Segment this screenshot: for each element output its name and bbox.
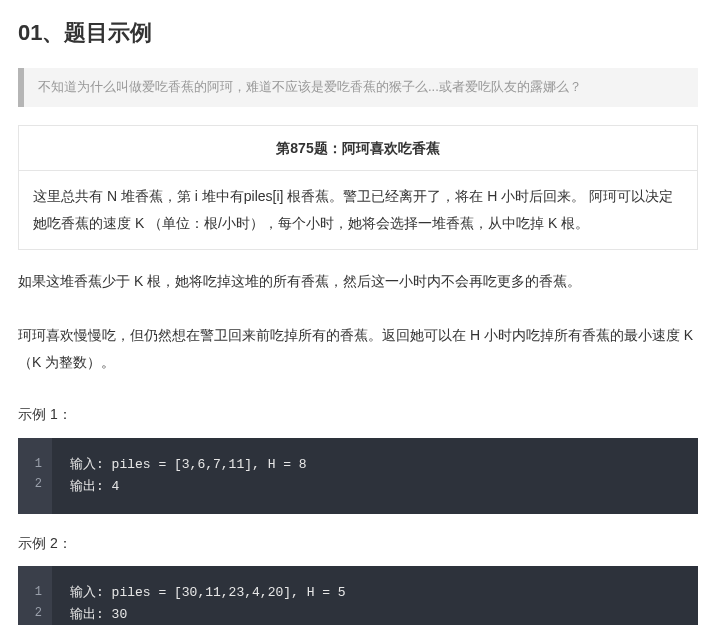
code-block-2: 1 2 输入: piles = [30,11,23,4,20], H = 5输出… (18, 566, 698, 625)
code-content: 输入: piles = [30,11,23,4,20], H = 5输出: 30 (52, 566, 364, 625)
paragraph-2: 珂珂喜欢慢慢吃，但仍然想在警卫回来前吃掉所有的香蕉。返回她可以在 H 小时内吃掉… (18, 322, 698, 375)
problem-title: 第875题：阿珂喜欢吃香蕉 (19, 126, 697, 171)
section-title: 01、题目示例 (18, 15, 698, 50)
problem-description: 这里总共有 N 堆香蕉，第 i 堆中有piles[i] 根香蕉。警卫已经离开了，… (19, 171, 697, 248)
problem-box: 第875题：阿珂喜欢吃香蕉 这里总共有 N 堆香蕉，第 i 堆中有piles[i… (18, 125, 698, 250)
quote-text: 不知道为什么叫做爱吃香蕉的阿珂，难道不应该是爱吃香蕉的猴子么...或者爱吃队友的… (38, 79, 582, 94)
line-numbers: 1 2 (18, 438, 52, 514)
code-line: 输出: 30 (70, 604, 346, 625)
quote-block: 不知道为什么叫做爱吃香蕉的阿珂，难道不应该是爱吃香蕉的猴子么...或者爱吃队友的… (18, 68, 698, 107)
code-line: 输入: piles = [30,11,23,4,20], H = 5 (70, 582, 346, 604)
example-label-2: 示例 2： (18, 532, 698, 554)
code-line: 输出: 4 (70, 476, 307, 498)
example-label-1: 示例 1： (18, 403, 698, 425)
code-content: 输入: piles = [3,6,7,11], H = 8输出: 4 (52, 438, 325, 514)
line-numbers: 1 2 (18, 566, 52, 625)
code-block-1: 1 2 输入: piles = [3,6,7,11], H = 8输出: 4 (18, 438, 698, 514)
paragraph-1: 如果这堆香蕉少于 K 根，她将吃掉这堆的所有香蕉，然后这一小时内不会再吃更多的香… (18, 268, 698, 295)
code-line: 输入: piles = [3,6,7,11], H = 8 (70, 454, 307, 476)
